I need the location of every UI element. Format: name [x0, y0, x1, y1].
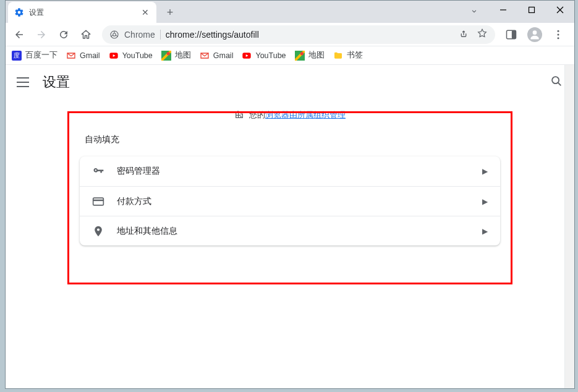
- key-icon: [92, 165, 104, 177]
- svg-point-14: [166, 52, 169, 55]
- bookmark-label: Gmail: [80, 51, 100, 60]
- youtube-icon: [242, 51, 252, 61]
- svg-rect-1: [529, 7, 535, 13]
- section-title: 自动填充: [80, 130, 500, 156]
- gear-icon: [14, 7, 24, 17]
- bookmarks-bar: 度 百度一下 Gmail YouTube 地图 Gmail: [6, 46, 574, 65]
- svg-rect-20: [93, 198, 104, 205]
- page-content: 设置 您的浏览器由所属组织管理 自动填充 密码管理器 ▶: [6, 65, 574, 388]
- bookmark-label: 地图: [175, 50, 191, 61]
- managed-link[interactable]: 浏览器由所属组织管理: [265, 111, 346, 119]
- row-label: 付款方式: [117, 196, 151, 207]
- side-panel-button[interactable]: [501, 25, 521, 45]
- row-addresses[interactable]: 地址和其他信息 ▶: [80, 216, 500, 245]
- url-separator: [160, 30, 161, 40]
- tab-title: 设置: [29, 7, 44, 18]
- bookmark-folder[interactable]: 书签: [333, 50, 363, 61]
- credit-card-icon: [92, 195, 104, 208]
- svg-point-9: [558, 30, 559, 32]
- row-label: 密码管理器: [117, 166, 160, 177]
- bookmark-youtube-2[interactable]: YouTube: [242, 51, 286, 61]
- bookmark-gmail[interactable]: Gmail: [66, 51, 100, 61]
- svg-point-17: [300, 52, 303, 55]
- row-password-manager[interactable]: 密码管理器 ▶: [80, 156, 500, 186]
- window-controls: [489, 1, 574, 19]
- location-pin-icon: [92, 225, 104, 237]
- tab-list-button[interactable]: [470, 7, 478, 17]
- profile-button[interactable]: [525, 25, 545, 45]
- gmail-icon: [66, 51, 76, 61]
- svg-rect-7: [512, 30, 516, 38]
- forward-button[interactable]: [32, 25, 51, 45]
- chevron-right-icon: ▶: [482, 227, 488, 236]
- hamburger-menu-button[interactable]: [17, 76, 29, 88]
- maps-icon: [161, 51, 171, 61]
- home-button[interactable]: [76, 25, 96, 45]
- avatar-icon: [527, 27, 542, 42]
- bookmark-label: YouTube: [122, 51, 153, 60]
- bookmark-gmail-2[interactable]: Gmail: [200, 51, 234, 61]
- close-tab-button[interactable]: ✕: [140, 7, 150, 17]
- close-window-button[interactable]: [546, 1, 574, 19]
- youtube-icon: [109, 51, 119, 61]
- back-button[interactable]: [9, 25, 29, 45]
- svg-rect-21: [93, 199, 104, 201]
- toolbar: Chrome chrome://settings/autofill: [6, 23, 574, 46]
- bookmark-label: YouTube: [255, 51, 286, 60]
- baidu-icon: 度: [12, 51, 22, 61]
- address-bar[interactable]: Chrome chrome://settings/autofill: [102, 25, 495, 44]
- settings-header: 设置: [6, 65, 574, 100]
- svg-point-5: [113, 33, 116, 36]
- svg-point-11: [558, 37, 559, 39]
- bookmark-label: Gmail: [213, 51, 234, 60]
- svg-line-19: [558, 83, 561, 86]
- url-scheme: Chrome: [124, 30, 155, 40]
- menu-button[interactable]: [548, 25, 568, 45]
- settings-card: 密码管理器 ▶ 付款方式 ▶ 地址和其他信息 ▶: [80, 156, 500, 245]
- row-payment-methods[interactable]: 付款方式 ▶: [80, 186, 500, 216]
- chevron-right-icon: ▶: [482, 197, 488, 206]
- maximize-button[interactable]: [517, 1, 546, 19]
- bookmark-baidu[interactable]: 度 百度一下: [12, 50, 57, 61]
- share-icon[interactable]: [458, 28, 469, 41]
- svg-point-8: [533, 30, 537, 35]
- page-title: 设置: [43, 73, 70, 92]
- browser-window: 设置 ✕ + Chrome chrome://settings/autofill: [5, 0, 575, 389]
- browser-tab[interactable]: 设置 ✕: [8, 2, 156, 23]
- chrome-icon: [109, 30, 119, 40]
- scrollbar[interactable]: [564, 65, 574, 388]
- maps-icon: [295, 51, 305, 61]
- bookmark-label: 书签: [347, 50, 363, 61]
- autofill-section: 自动填充 密码管理器 ▶ 付款方式 ▶: [80, 130, 500, 245]
- managed-notice: 您的浏览器由所属组织管理: [6, 109, 574, 121]
- bookmark-label: 百度一下: [25, 50, 57, 61]
- search-button[interactable]: [550, 74, 563, 90]
- managed-prefix: 您的: [249, 111, 265, 119]
- chevron-right-icon: ▶: [482, 167, 488, 176]
- row-label: 地址和其他信息: [117, 226, 177, 237]
- gmail-icon: [200, 51, 210, 61]
- reload-button[interactable]: [54, 25, 74, 45]
- bookmark-star-icon[interactable]: [477, 28, 488, 41]
- bookmark-youtube[interactable]: YouTube: [109, 51, 153, 61]
- bookmark-label: 地图: [308, 50, 325, 61]
- url-text: chrome://settings/autofill: [166, 30, 259, 40]
- minimize-button[interactable]: [489, 1, 517, 19]
- svg-point-10: [558, 33, 559, 35]
- bookmark-maps[interactable]: 地图: [161, 50, 191, 61]
- folder-icon: [333, 51, 343, 61]
- svg-point-18: [552, 77, 559, 83]
- new-tab-button[interactable]: +: [161, 4, 179, 21]
- bookmark-maps-2[interactable]: 地图: [295, 50, 325, 61]
- business-icon: [234, 109, 244, 121]
